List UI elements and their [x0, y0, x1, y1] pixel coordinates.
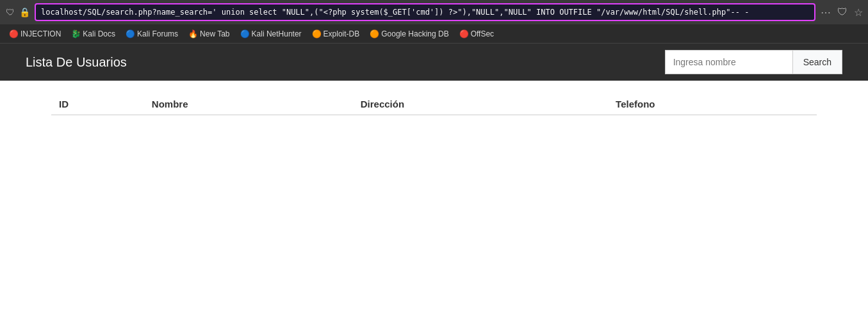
search-input[interactable]	[665, 50, 793, 74]
bookmark-favicon: 🐉	[71, 29, 81, 38]
search-container: Search	[665, 50, 842, 74]
bookmark-kali-nethunter[interactable]: 🔵 Kali NetHunter	[236, 28, 306, 40]
bookmark-favicon: 🔴	[459, 29, 469, 38]
bookmark-new-tab[interactable]: 🔥 New Tab	[184, 28, 233, 40]
bookmark-favicon: 🔵	[240, 29, 250, 38]
page-title: Lista De Usuarios	[26, 55, 127, 70]
lock-icon: 🔒	[19, 7, 29, 17]
bookmark-google-hacking-db[interactable]: 🟠 Google Hacking DB	[366, 28, 452, 40]
page-header: Lista De Usuarios Search	[0, 44, 868, 81]
address-bar[interactable]	[35, 3, 815, 21]
bookmark-kali-forums[interactable]: 🔵 Kali Forums	[122, 28, 182, 40]
menu-icon[interactable]: ⋯	[821, 6, 831, 19]
browser-chrome: 🛡 🔒 ⋯ 🛡 ☆ 🔴 INJECTION 🐉 Kali Docs 🔵 Kali…	[0, 0, 868, 44]
browser-top-bar: 🛡 🔒 ⋯ 🛡 ☆	[0, 0, 868, 24]
bookmark-label: Kali NetHunter	[252, 29, 302, 38]
bookmark-label: Google Hacking DB	[381, 29, 448, 38]
bookmark-label: OffSec	[471, 29, 494, 38]
bookmark-star-icon[interactable]: ☆	[854, 6, 863, 19]
bookmark-label: Exploit-DB	[323, 29, 360, 38]
users-table: ID Nombre Dirección Telefono	[51, 93, 817, 115]
bookmark-label: INJECTION	[20, 29, 61, 38]
shield-icon: 🛡	[5, 7, 15, 17]
bookmark-exploit-db[interactable]: 🟠 Exploit-DB	[308, 28, 364, 40]
table-container: ID Nombre Dirección Telefono	[0, 81, 868, 128]
bookmark-offsec[interactable]: 🔴 OffSec	[455, 28, 498, 40]
bookmark-favicon: 🟠	[370, 29, 379, 38]
browser-nav-icons: 🛡 🔒	[5, 7, 29, 17]
table-header: ID Nombre Dirección Telefono	[51, 93, 817, 115]
bookmark-favicon: 🔴	[9, 29, 19, 38]
bookmark-label: Kali Docs	[83, 29, 115, 38]
bookmark-favicon: 🟠	[312, 29, 322, 38]
column-header-direccion: Dirección	[353, 93, 608, 115]
bookmark-injection[interactable]: 🔴 INJECTION	[5, 28, 65, 40]
search-button[interactable]: Search	[793, 50, 842, 74]
bookmark-kali-docs[interactable]: 🐉 Kali Docs	[67, 28, 119, 40]
bookmarks-bar: 🔴 INJECTION 🐉 Kali Docs 🔵 Kali Forums 🔥 …	[0, 24, 868, 44]
bookmark-favicon: 🔥	[188, 29, 198, 38]
column-header-nombre: Nombre	[144, 93, 353, 115]
browser-action-icons: ⋯ 🛡 ☆	[821, 6, 863, 19]
page-content: Lista De Usuarios Search ID Nombre Direc…	[0, 44, 868, 128]
address-bar-container	[35, 3, 815, 21]
table-header-row: ID Nombre Dirección Telefono	[51, 93, 817, 115]
column-header-telefono: Telefono	[608, 93, 817, 115]
shield-check-icon[interactable]: 🛡	[837, 6, 848, 18]
column-header-id: ID	[51, 93, 144, 115]
bookmark-favicon: 🔵	[126, 29, 135, 38]
bookmark-label: New Tab	[200, 29, 229, 38]
bookmark-label: Kali Forums	[137, 29, 178, 38]
